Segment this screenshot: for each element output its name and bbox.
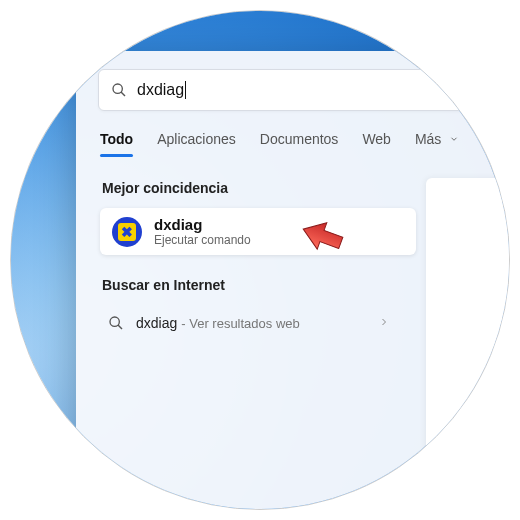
details-pane bbox=[426, 178, 510, 478]
search-icon bbox=[111, 82, 127, 98]
tab-apps[interactable]: Aplicaciones bbox=[157, 125, 236, 157]
web-result-suffix: - Ver resultados web bbox=[181, 316, 300, 331]
tab-more[interactable]: Más bbox=[415, 125, 459, 157]
search-panel: dxdiag Todo Aplicaciones Documentos Web … bbox=[76, 51, 510, 510]
web-result-item[interactable]: dxdiag - Ver resultados web bbox=[100, 305, 416, 341]
filter-tabs: Todo Aplicaciones Documentos Web Más bbox=[76, 125, 510, 158]
svg-point-0 bbox=[113, 84, 122, 93]
best-match-heading: Mejor coincidencia bbox=[102, 180, 416, 196]
result-title: dxdiag bbox=[154, 216, 251, 233]
dxdiag-icon bbox=[112, 217, 142, 247]
result-subtitle: Ejecutar comando bbox=[154, 233, 251, 247]
text-caret bbox=[185, 81, 186, 99]
tab-all[interactable]: Todo bbox=[100, 125, 133, 157]
search-internet-heading: Buscar en Internet bbox=[102, 277, 416, 293]
chevron-down-icon bbox=[445, 131, 459, 147]
search-input[interactable]: dxdiag bbox=[98, 69, 510, 111]
search-query-text: dxdiag bbox=[137, 81, 184, 99]
search-icon bbox=[108, 315, 124, 331]
svg-point-2 bbox=[110, 317, 119, 326]
web-result-query: dxdiag bbox=[136, 315, 177, 331]
best-match-result[interactable]: dxdiag Ejecutar comando bbox=[100, 208, 416, 255]
pointer-arrow-annotation bbox=[296, 216, 346, 260]
tab-web[interactable]: Web bbox=[362, 125, 391, 157]
open-external-icon[interactable] bbox=[438, 444, 456, 466]
svg-line-3 bbox=[118, 325, 122, 329]
tab-documents[interactable]: Documentos bbox=[260, 125, 339, 157]
chevron-right-icon bbox=[378, 315, 402, 331]
svg-line-1 bbox=[121, 92, 125, 96]
